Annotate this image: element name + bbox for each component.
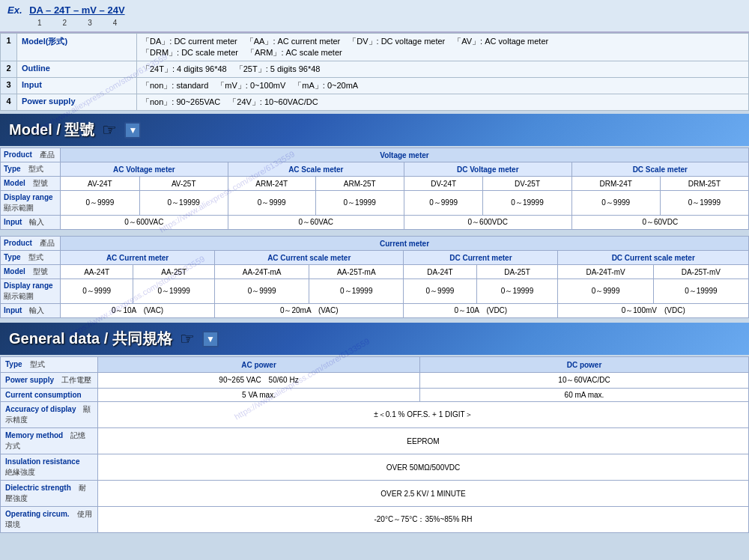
row-num: 4	[1, 94, 17, 111]
model-cell: DA-25T	[476, 265, 558, 279]
power-supply-label: Power supply 工作電壓	[1, 373, 98, 389]
dropdown-icon-2[interactable]: ▼	[202, 331, 219, 347]
num-1: 1	[37, 19, 42, 27]
display-cell: 0～9999	[61, 191, 140, 216]
memory-label: Memory method 記憶方式	[1, 428, 98, 454]
display-cell: 0～9999	[404, 279, 476, 304]
example-table: 1 Model(形式) 「DA」: DC current meter 「AA」:…	[0, 33, 749, 111]
example-title: Ex. DA – 24T – mV – 24V	[7, 4, 742, 16]
row-content: 「24T」: 4 digits 96*48 「25T」: 5 digits 96…	[137, 61, 749, 78]
general-title: General data / 共同規格	[9, 329, 172, 349]
power-dc: 10～60VAC/DC	[420, 373, 749, 389]
num-3: 3	[88, 19, 92, 27]
table-row-model: Model 型號 AA-24T AA-25T AA-24T-mA AA-25T-…	[1, 265, 749, 279]
current-label: Current consumption	[1, 389, 98, 402]
model-cell: AV-24T	[61, 177, 140, 191]
table-row-product: Product 產品 Current meter	[1, 237, 749, 251]
display-cell: 0～9999	[215, 279, 309, 304]
table-row: 2 Outline 「24T」: 4 digits 96*48 「25T」: 5…	[1, 61, 749, 78]
row-num: 2	[1, 61, 17, 78]
current-label: Current meter	[61, 237, 749, 251]
row-label: Power supply	[17, 94, 137, 111]
display-cell: 0～19999	[483, 191, 571, 216]
insulation-label: Insulation resistance 絶緣強度	[1, 454, 98, 481]
table-row: 4 Power supply 「non」: 90~265VAC 「24V」: 1…	[1, 94, 749, 111]
model-cell: DRM-25T	[660, 177, 748, 191]
table-row-model: Model 型號 AV-24T AV-25T ARM-24T ARM-25T D…	[1, 177, 749, 191]
row-num: 3	[1, 78, 17, 94]
table-row-input: Input 輸入 0～600VAC 0～60VAC 0～600VDC 0～60V…	[1, 216, 749, 230]
insulation-value: OVER 50MΩ/500VDC	[98, 454, 749, 481]
model-label: Model 型號	[1, 265, 61, 279]
model-cell: DA-24T-mV	[558, 265, 653, 279]
dc-power-header: DC power	[420, 357, 749, 373]
general-table: Type 型式 AC power DC power Power supply 工…	[0, 356, 749, 533]
ac-voltage-sub: AC Voltage meter	[61, 162, 228, 177]
product-label: Product 產品	[1, 237, 61, 251]
num-4: 4	[113, 19, 118, 27]
model-cell: DRM-24T	[571, 177, 660, 191]
product-label: Product 產品	[1, 148, 61, 162]
table-row-display: Display range 顯示範圍 0～9999 0～19999 0～9999…	[1, 191, 749, 216]
ac-power-header: AC power	[98, 357, 420, 373]
display-cell: 0～19999	[139, 191, 228, 216]
general-section-header: General data / 共同規格 ☞ ▼	[0, 323, 749, 355]
input-cell: 0～600VAC	[61, 216, 228, 230]
example-section: Ex. DA – 24T – mV – 24V 1 2 3 4	[0, 0, 749, 33]
hand-icon-2: ☞	[180, 329, 195, 349]
table-row-dielectric: Dielectric strength 耐壓強度 OVER 2.5 KV/ 1 …	[1, 481, 749, 507]
table-row-memory: Memory method 記憶方式 EEPROM	[1, 428, 749, 454]
row-content: 「non」: 90~265VAC 「24V」: 10~60VAC/DC	[137, 94, 749, 111]
dielectric-value: OVER 2.5 KV/ 1 MINUTE	[98, 481, 749, 507]
accuracy-value: ±＜0.1 % OFF.S. + 1 DIGIT＞	[98, 402, 749, 428]
table-row-insulation: Insulation resistance 絶緣強度 OVER 50MΩ/500…	[1, 454, 749, 481]
ac-current-scale-sub: AC Current scale meter	[215, 251, 404, 265]
display-cell: 0～19999	[660, 191, 748, 216]
current-meter-table: Product 產品 Current meter Type 型式 AC Curr…	[0, 236, 749, 318]
dropdown-icon[interactable]: ▼	[124, 122, 141, 139]
dc-current-scale-sub: DC Current scale meter	[558, 251, 749, 265]
input-cell: 0～10A (VDC)	[404, 304, 558, 318]
display-label: Display range 顯示範圍	[1, 279, 61, 304]
input-cell: 0～10A (VAC)	[61, 304, 215, 318]
table-row-type: Type 型式 AC Voltage meter AC Scale meter …	[1, 162, 749, 177]
type-label: Type 型式	[1, 251, 61, 265]
ac-current-sub: AC Current meter	[61, 251, 215, 265]
model-cell: AV-25T	[139, 177, 228, 191]
display-cell: 0～9999	[404, 191, 483, 216]
display-cell: 0～9999	[558, 279, 653, 304]
model-cell: DV-25T	[483, 177, 571, 191]
model-title: Model / 型號	[9, 120, 94, 140]
table-row-product: Product 產品 Voltage meter	[1, 148, 749, 162]
display-cell: 0～19999	[315, 191, 404, 216]
row-num: 1	[1, 34, 17, 61]
display-cell: 0～19999	[309, 279, 404, 304]
dc-current-sub: DC Current meter	[404, 251, 558, 265]
voltage-meter-table: Product 產品 Voltage meter Type 型式 AC Volt…	[0, 147, 749, 230]
operating-label: Operating circum. 使用環境	[1, 507, 98, 533]
row-label: Model(形式)	[17, 34, 137, 61]
model-cell: ARM-24T	[228, 177, 315, 191]
input-label: Input 輸入	[1, 216, 61, 230]
voltage-label: Voltage meter	[61, 148, 749, 162]
input-cell: 0～20mA (VAC)	[215, 304, 404, 318]
table-row-input: Input 輸入 0～10A (VAC) 0～20mA (VAC) 0～10A …	[1, 304, 749, 318]
display-cell: 0～19999	[476, 279, 558, 304]
row-content: 「non」: standard 「mV」: 0~100mV 「mA」: 0~20…	[137, 78, 749, 94]
model-cell: AA-24T-mA	[215, 265, 309, 279]
display-cell: 0～9999	[228, 191, 315, 216]
model-cell: DA-25T-mV	[653, 265, 748, 279]
display-cell: 0～9999	[571, 191, 660, 216]
example-formula: DA – 24T – mV – 24V	[29, 4, 124, 16]
table-row-operating: Operating circum. 使用環境 -20°C～75°C：35%~85…	[1, 507, 749, 533]
row-label: Input	[17, 78, 137, 94]
input-cell: 0～600VDC	[404, 216, 571, 230]
type-label: Type 型式	[1, 162, 61, 177]
model-section-header: Model / 型號 ☞ ▼	[0, 114, 749, 146]
operating-value: -20°C～75°C：35%~85% RH	[98, 507, 749, 533]
model-cell: AA-24T	[61, 265, 133, 279]
dc-scale-sub: DC Scale meter	[571, 162, 748, 177]
num-2: 2	[63, 19, 67, 27]
input-label: Input 輸入	[1, 304, 61, 318]
display-cell: 0～19999	[133, 279, 215, 304]
